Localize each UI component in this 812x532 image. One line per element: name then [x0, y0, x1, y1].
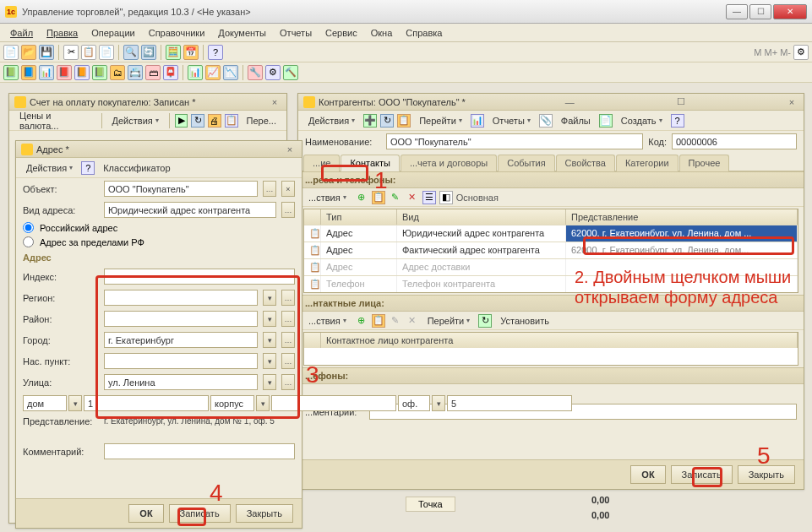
- contacts-refresh-icon[interactable]: ↻: [478, 314, 492, 328]
- city-select-button[interactable]: …: [281, 332, 295, 348]
- tab-contacts[interactable]: Контакты: [341, 155, 400, 171]
- cut-icon[interactable]: ✂: [63, 45, 79, 60]
- counterparty-ok-button[interactable]: ОК: [630, 465, 665, 484]
- office-type-combo[interactable]: оф.: [398, 395, 430, 411]
- address-dialog-close-icon[interactable]: ×: [283, 144, 297, 155]
- address-type-input[interactable]: [104, 202, 276, 218]
- grid-row-3[interactable]: 📋АдресАдрес доставки: [304, 258, 798, 275]
- tb2-icon-16[interactable]: 🔨: [283, 65, 298, 80]
- addr-copy-icon[interactable]: 📋: [372, 191, 385, 204]
- counterparty-maximize-icon[interactable]: ☐: [674, 96, 688, 108]
- cp-actions-button[interactable]: Действия▾: [303, 114, 360, 128]
- cp-attach-icon[interactable]: 📎: [539, 114, 553, 128]
- col-kind[interactable]: Вид: [397, 209, 566, 225]
- district-dd-button[interactable]: ▾: [263, 311, 276, 327]
- index-input[interactable]: [104, 269, 295, 285]
- counterparty-close-button[interactable]: Закрыть: [738, 465, 795, 484]
- tb2-icon-4[interactable]: 📕: [57, 65, 72, 80]
- grid-row-2[interactable]: 📋АдресФактический адрес контрагента62000…: [304, 242, 798, 258]
- grid-row-1[interactable]: 📋АдресЮридический адрес контрагента62000…: [304, 225, 798, 242]
- tb2-icon-7[interactable]: 🗂: [110, 65, 125, 80]
- tb2-icon-10[interactable]: 📮: [163, 65, 178, 80]
- address-help-icon[interactable]: ?: [81, 161, 95, 175]
- menu-operations[interactable]: Операции: [84, 26, 141, 40]
- settings-icon[interactable]: ⚙: [793, 45, 809, 60]
- replace-icon[interactable]: 🔄: [141, 45, 156, 60]
- tb2-icon-3[interactable]: 📊: [39, 65, 54, 80]
- contacts-actions-button[interactable]: ...ствия▾: [303, 314, 352, 328]
- tb2-icon-14[interactable]: 🔧: [248, 65, 263, 80]
- menu-help[interactable]: Справка: [399, 26, 449, 40]
- classifier-button[interactable]: Классификатор: [98, 161, 175, 175]
- tab-categories[interactable]: Категории: [616, 155, 678, 171]
- col-repr[interactable]: Представление: [566, 209, 798, 225]
- region-input[interactable]: [104, 290, 258, 306]
- invoice-tree-icon[interactable]: 📋: [225, 114, 238, 128]
- street-input[interactable]: [104, 374, 258, 390]
- calendar-icon[interactable]: 📅: [183, 45, 199, 60]
- addr-delete-icon[interactable]: ✕: [406, 191, 419, 204]
- contacts-grid[interactable]: Контактное лицо контрагента: [303, 332, 798, 366]
- grid-row-4[interactable]: 📋ТелефонТелефон контрагента: [304, 275, 798, 292]
- tb2-icon-2[interactable]: 📘: [21, 65, 36, 80]
- menu-reports[interactable]: Отчеты: [273, 26, 319, 40]
- cp-refresh-icon[interactable]: ↻: [380, 114, 394, 128]
- district-select-button[interactable]: …: [281, 311, 295, 327]
- address-ok-button[interactable]: ОК: [128, 504, 163, 523]
- cp-report-icon[interactable]: 📊: [471, 114, 484, 128]
- address-type-select-button[interactable]: …: [281, 202, 295, 218]
- menu-file[interactable]: Файл: [3, 26, 40, 40]
- calc-icon[interactable]: 🧮: [166, 45, 181, 60]
- tb2-icon-15[interactable]: ⚙: [265, 65, 281, 80]
- open-icon[interactable]: 📂: [21, 45, 36, 60]
- tb2-icon-5[interactable]: 📙: [74, 65, 90, 80]
- tb2-icon-12[interactable]: 📈: [205, 65, 221, 80]
- tab-general[interactable]: ...ие: [303, 155, 340, 171]
- contacts-goto-button[interactable]: Перейти▾: [422, 314, 476, 328]
- addr-toggle-icon[interactable]: ◧: [439, 191, 453, 204]
- town-input[interactable]: [104, 353, 258, 369]
- invoice-actions-button[interactable]: Действия▾: [107, 114, 164, 128]
- district-input[interactable]: [104, 311, 258, 327]
- contacts-edit-icon[interactable]: ✎: [389, 314, 402, 328]
- tab-properties[interactable]: Свойства: [556, 155, 615, 171]
- contacts-set-button[interactable]: Установить: [495, 314, 554, 328]
- house-type-dd[interactable]: ▾: [68, 395, 82, 411]
- house-num-input[interactable]: [84, 395, 209, 411]
- radio-russian[interactable]: [23, 222, 34, 233]
- object-input[interactable]: [104, 181, 258, 197]
- paste-icon[interactable]: 📄: [99, 45, 114, 60]
- menu-documents[interactable]: Документы: [211, 26, 273, 40]
- region-dd-button[interactable]: ▾: [263, 290, 276, 306]
- addr-filter-icon[interactable]: ☰: [422, 191, 436, 204]
- menu-windows[interactable]: Окна: [364, 26, 400, 40]
- invoice-goto-button[interactable]: Пере...: [242, 114, 281, 128]
- address-comment-input[interactable]: [104, 443, 295, 459]
- house-type-combo[interactable]: дом: [23, 395, 67, 411]
- cp-files-button[interactable]: Файлы: [556, 114, 596, 128]
- object-select-button[interactable]: …: [263, 181, 276, 197]
- copy-icon[interactable]: 📋: [81, 45, 96, 60]
- address-close-button[interactable]: Закрыть: [236, 504, 293, 523]
- new-document-icon[interactable]: 📄: [3, 45, 19, 60]
- office-num-input[interactable]: [447, 395, 572, 411]
- code-input[interactable]: [672, 133, 797, 149]
- tb2-icon-6[interactable]: 📗: [92, 65, 107, 80]
- street-select-button[interactable]: …: [281, 374, 295, 390]
- cp-create-icon[interactable]: 📄: [599, 114, 613, 128]
- name-input[interactable]: [386, 133, 643, 149]
- addr-actions-button[interactable]: ...ствия▾: [303, 191, 352, 204]
- radio-foreign[interactable]: [23, 236, 34, 247]
- office-type-dd[interactable]: ▾: [432, 395, 445, 411]
- counterparty-save-button[interactable]: Записать: [671, 465, 733, 484]
- block-type-dd[interactable]: ▾: [256, 395, 270, 411]
- object-clear-button[interactable]: ×: [281, 181, 295, 197]
- addresses-grid[interactable]: Тип Вид Представление 📋АдресЮридический …: [303, 209, 798, 293]
- cp-reports-button[interactable]: Отчеты▾: [488, 114, 536, 128]
- tab-accounts[interactable]: ...чета и договоры: [401, 155, 497, 171]
- town-dd-button[interactable]: ▾: [263, 353, 276, 369]
- menu-service[interactable]: Сервис: [319, 26, 364, 40]
- tb2-icon-11[interactable]: 📊: [188, 65, 203, 80]
- menu-catalogs[interactable]: Справочники: [142, 26, 212, 40]
- prices-currency-button[interactable]: Цены и валюта...: [14, 109, 96, 133]
